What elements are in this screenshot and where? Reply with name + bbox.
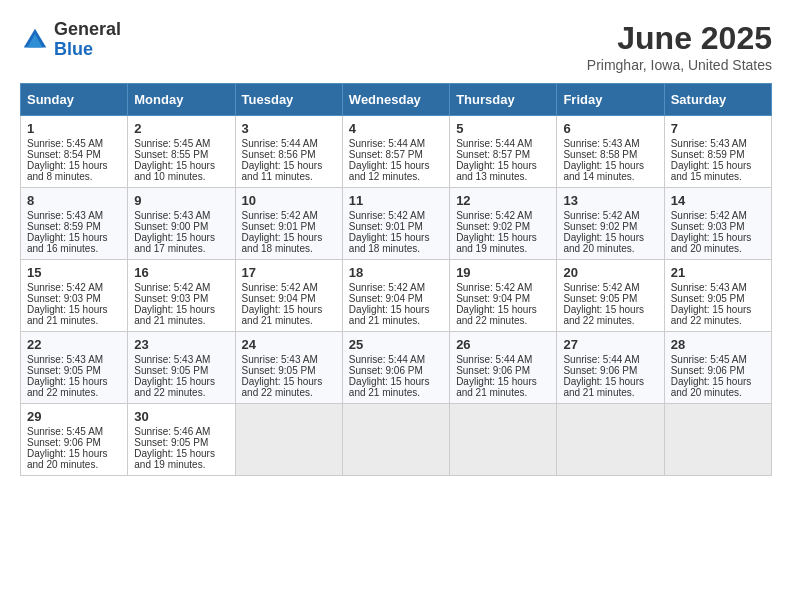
calendar-row-2: 8Sunrise: 5:43 AMSunset: 8:59 PMDaylight…: [21, 188, 772, 260]
main-title: June 2025: [587, 20, 772, 57]
table-row: 26Sunrise: 5:44 AMSunset: 9:06 PMDayligh…: [450, 332, 557, 404]
table-row: 3Sunrise: 5:44 AMSunset: 8:56 PMDaylight…: [235, 116, 342, 188]
table-row: 29Sunrise: 5:45 AMSunset: 9:06 PMDayligh…: [21, 404, 128, 476]
col-friday: Friday: [557, 84, 664, 116]
table-row: 10Sunrise: 5:42 AMSunset: 9:01 PMDayligh…: [235, 188, 342, 260]
calendar-row-1: 1Sunrise: 5:45 AMSunset: 8:54 PMDaylight…: [21, 116, 772, 188]
col-sunday: Sunday: [21, 84, 128, 116]
table-row: [664, 404, 771, 476]
table-row: 25Sunrise: 5:44 AMSunset: 9:06 PMDayligh…: [342, 332, 449, 404]
col-tuesday: Tuesday: [235, 84, 342, 116]
calendar-row-3: 15Sunrise: 5:42 AMSunset: 9:03 PMDayligh…: [21, 260, 772, 332]
table-row: 14Sunrise: 5:42 AMSunset: 9:03 PMDayligh…: [664, 188, 771, 260]
table-row: 16Sunrise: 5:42 AMSunset: 9:03 PMDayligh…: [128, 260, 235, 332]
table-row: 18Sunrise: 5:42 AMSunset: 9:04 PMDayligh…: [342, 260, 449, 332]
col-saturday: Saturday: [664, 84, 771, 116]
col-monday: Monday: [128, 84, 235, 116]
table-row: 20Sunrise: 5:42 AMSunset: 9:05 PMDayligh…: [557, 260, 664, 332]
logo-text: General Blue: [54, 20, 121, 60]
calendar-row-5: 29Sunrise: 5:45 AMSunset: 9:06 PMDayligh…: [21, 404, 772, 476]
table-row: [450, 404, 557, 476]
table-row: 6Sunrise: 5:43 AMSunset: 8:58 PMDaylight…: [557, 116, 664, 188]
logo-general: General: [54, 19, 121, 39]
table-row: 12Sunrise: 5:42 AMSunset: 9:02 PMDayligh…: [450, 188, 557, 260]
table-row: 1Sunrise: 5:45 AMSunset: 8:54 PMDaylight…: [21, 116, 128, 188]
table-row: 22Sunrise: 5:43 AMSunset: 9:05 PMDayligh…: [21, 332, 128, 404]
col-wednesday: Wednesday: [342, 84, 449, 116]
logo-icon: [20, 25, 50, 55]
table-row: 24Sunrise: 5:43 AMSunset: 9:05 PMDayligh…: [235, 332, 342, 404]
table-row: 23Sunrise: 5:43 AMSunset: 9:05 PMDayligh…: [128, 332, 235, 404]
logo-blue: Blue: [54, 39, 93, 59]
table-row: 17Sunrise: 5:42 AMSunset: 9:04 PMDayligh…: [235, 260, 342, 332]
page-header: General Blue June 2025 Primghar, Iowa, U…: [20, 20, 772, 73]
calendar-table: Sunday Monday Tuesday Wednesday Thursday…: [20, 83, 772, 476]
table-row: 28Sunrise: 5:45 AMSunset: 9:06 PMDayligh…: [664, 332, 771, 404]
table-row: 13Sunrise: 5:42 AMSunset: 9:02 PMDayligh…: [557, 188, 664, 260]
table-row: 4Sunrise: 5:44 AMSunset: 8:57 PMDaylight…: [342, 116, 449, 188]
logo: General Blue: [20, 20, 121, 60]
table-row: 2Sunrise: 5:45 AMSunset: 8:55 PMDaylight…: [128, 116, 235, 188]
table-row: [235, 404, 342, 476]
title-area: June 2025 Primghar, Iowa, United States: [587, 20, 772, 73]
table-row: 11Sunrise: 5:42 AMSunset: 9:01 PMDayligh…: [342, 188, 449, 260]
table-row: 5Sunrise: 5:44 AMSunset: 8:57 PMDaylight…: [450, 116, 557, 188]
table-row: 7Sunrise: 5:43 AMSunset: 8:59 PMDaylight…: [664, 116, 771, 188]
table-row: 30Sunrise: 5:46 AMSunset: 9:05 PMDayligh…: [128, 404, 235, 476]
calendar-header-row: Sunday Monday Tuesday Wednesday Thursday…: [21, 84, 772, 116]
col-thursday: Thursday: [450, 84, 557, 116]
subtitle: Primghar, Iowa, United States: [587, 57, 772, 73]
table-row: 9Sunrise: 5:43 AMSunset: 9:00 PMDaylight…: [128, 188, 235, 260]
table-row: 8Sunrise: 5:43 AMSunset: 8:59 PMDaylight…: [21, 188, 128, 260]
table-row: 19Sunrise: 5:42 AMSunset: 9:04 PMDayligh…: [450, 260, 557, 332]
table-row: [557, 404, 664, 476]
table-row: [342, 404, 449, 476]
table-row: 21Sunrise: 5:43 AMSunset: 9:05 PMDayligh…: [664, 260, 771, 332]
calendar-row-4: 22Sunrise: 5:43 AMSunset: 9:05 PMDayligh…: [21, 332, 772, 404]
table-row: 15Sunrise: 5:42 AMSunset: 9:03 PMDayligh…: [21, 260, 128, 332]
table-row: 27Sunrise: 5:44 AMSunset: 9:06 PMDayligh…: [557, 332, 664, 404]
